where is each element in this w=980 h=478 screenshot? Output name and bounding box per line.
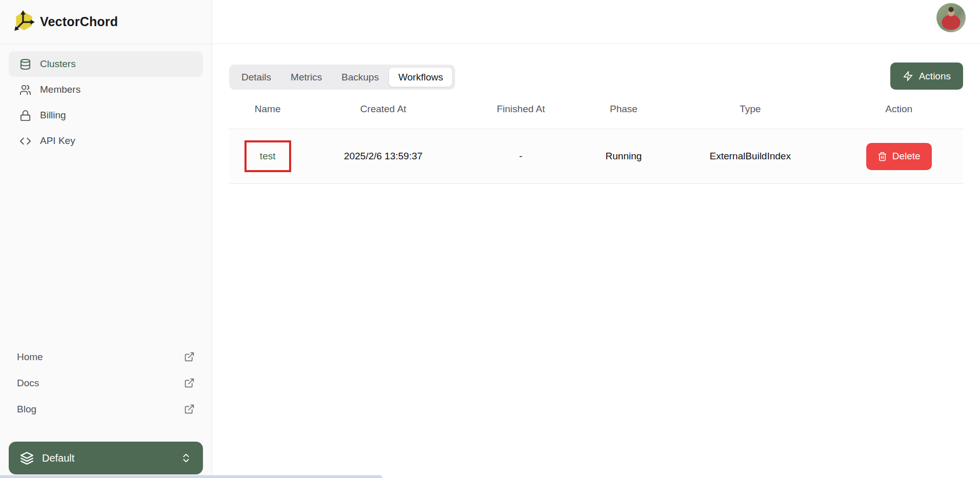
bottom-peek-element [0, 475, 382, 478]
tab-label: Details [241, 72, 271, 83]
sidebar-item-label: API Key [40, 135, 75, 147]
cell-action: Delete [834, 143, 963, 170]
sidebar-link-label: Home [17, 351, 43, 363]
sidebar-nav: Clusters Members Billing [0, 44, 212, 154]
sidebar-item-label: Billing [40, 110, 66, 121]
content-header: Details Metrics Backups Workflows [229, 63, 963, 90]
external-link-icon [184, 351, 195, 362]
sidebar-item-api-key[interactable]: API Key [9, 128, 203, 154]
sidebar-link-home[interactable]: Home [17, 344, 195, 370]
sidebar-item-label: Clusters [40, 58, 76, 70]
layers-icon [20, 451, 34, 465]
sidebar-external-links: Home Docs Blog [0, 344, 212, 422]
cell-type: ExternalBuildIndex [666, 151, 834, 162]
main-area: Details Metrics Backups Workflows [212, 0, 980, 478]
sidebar: VectorChord Clusters Members [0, 0, 212, 478]
external-link-icon [184, 378, 195, 388]
lock-icon [19, 110, 31, 121]
tab-backups[interactable]: Backups [332, 67, 389, 87]
sidebar-link-label: Docs [17, 378, 39, 389]
database-icon [19, 58, 31, 70]
workflow-name-link[interactable]: test [260, 151, 276, 162]
workflows-table: Name Created At Finished At Phase Type A… [229, 90, 963, 184]
column-header-type: Type [666, 103, 834, 115]
content: Details Metrics Backups Workflows [212, 44, 980, 478]
column-header-phase: Phase [581, 103, 666, 115]
cell-finished-at: - [460, 151, 581, 162]
delete-button-label: Delete [892, 151, 921, 162]
tab-details[interactable]: Details [232, 67, 281, 87]
actions-button-label: Actions [919, 71, 951, 82]
chevrons-up-down-icon [180, 452, 192, 464]
column-header-action: Action [834, 103, 963, 115]
sidebar-item-clusters[interactable]: Clusters [9, 51, 203, 77]
sidebar-link-label: Blog [17, 404, 36, 415]
tab-metrics[interactable]: Metrics [281, 67, 332, 87]
sidebar-item-members[interactable]: Members [9, 77, 203, 102]
cell-name: test [229, 140, 306, 172]
zap-icon [903, 71, 913, 81]
external-link-icon [184, 404, 195, 414]
workspace-selector[interactable]: Default [9, 442, 203, 474]
column-header-finished-at: Finished At [460, 103, 581, 115]
app-window: VectorChord Clusters Members [0, 0, 980, 478]
sidebar-item-label: Members [40, 84, 80, 95]
topbar [212, 0, 980, 44]
cell-created-at: 2025/2/6 13:59:37 [306, 151, 460, 162]
code-icon [19, 135, 31, 147]
tab-label: Metrics [291, 72, 322, 83]
trash-icon [877, 152, 887, 161]
column-header-name: Name [229, 103, 306, 115]
vectorchord-logo-icon [12, 9, 36, 35]
tab-workflows[interactable]: Workflows [389, 67, 453, 87]
annotation-highlight-box: test [244, 140, 291, 172]
sidebar-link-blog[interactable]: Blog [17, 396, 195, 422]
sidebar-item-billing[interactable]: Billing [9, 102, 203, 128]
logo[interactable]: VectorChord [0, 0, 212, 44]
delete-button[interactable]: Delete [866, 143, 932, 170]
workspace-label: Default [42, 452, 74, 464]
table-header: Name Created At Finished At Phase Type A… [229, 90, 963, 129]
users-icon [19, 84, 31, 96]
table-row: test 2025/2/6 13:59:37 - Running Externa… [229, 129, 963, 184]
tab-bar: Details Metrics Backups Workflows [229, 65, 455, 90]
sidebar-link-docs[interactable]: Docs [17, 370, 195, 396]
tab-label: Backups [341, 72, 379, 83]
column-header-created-at: Created At [306, 103, 460, 115]
app-title: VectorChord [40, 14, 118, 29]
actions-button[interactable]: Actions [890, 63, 963, 90]
cell-phase: Running [581, 151, 666, 162]
tab-label: Workflows [398, 72, 443, 83]
user-avatar[interactable] [936, 3, 966, 32]
